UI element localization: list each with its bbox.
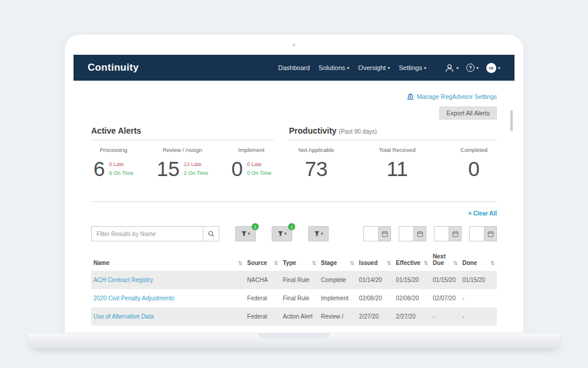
cell-stage: Review /: [319, 307, 357, 326]
productivity-title: Productivity (Past 90 days): [289, 126, 497, 140]
chevron-down-icon: ▾: [248, 231, 250, 236]
sort-icon: ⇅: [453, 260, 458, 266]
alert-name-link[interactable]: Use of Alternative Data: [93, 313, 153, 320]
cell-type: Final Rule: [280, 289, 319, 307]
scrollbar[interactable]: [510, 110, 513, 131]
source-filter-button[interactable]: ▾ 1: [235, 226, 256, 241]
cell-type: Action Alert: [280, 307, 319, 326]
export-all-alerts-button[interactable]: Export All Alerts: [439, 107, 497, 120]
calendar-button[interactable]: [413, 226, 426, 241]
table-header-row: Name⇅ Source⇅ Type⇅ Stage⇅ Issued⇅ Effec…: [91, 251, 497, 271]
chevron-down-icon: ▾: [321, 231, 323, 236]
stat-value: 15: [157, 158, 180, 179]
calendar-button[interactable]: [484, 226, 497, 241]
cell-done: -: [460, 307, 497, 326]
stat-processing: Processing 6 0 Late 6 On Time: [93, 147, 133, 179]
cell-source: NACHA: [245, 271, 280, 289]
funnel-icon: [314, 231, 320, 237]
nav-item-settings[interactable]: Settings ▾: [399, 64, 426, 71]
calendar-icon: [382, 231, 388, 237]
chevron-down-icon: ▾: [387, 65, 390, 71]
cell-issued: 2/27/20: [357, 307, 394, 326]
cell-effective: 01/15/20: [393, 271, 430, 289]
table-row: 2020 Civil Penalty Adjustments Federal F…: [91, 289, 497, 307]
sort-icon: ⇅: [387, 260, 392, 266]
sort-icon: ⇅: [490, 260, 495, 266]
calendar-button[interactable]: [378, 226, 391, 241]
manage-regadvisor-link[interactable]: Manage RegAdvisor Settings: [407, 93, 497, 100]
nav-item-dashboard[interactable]: Dashboard: [278, 64, 310, 71]
sort-icon: ⇅: [312, 260, 316, 266]
close-icon: ×: [468, 210, 472, 217]
column-header-type[interactable]: Type⇅: [280, 251, 319, 271]
chevron-down-icon: ▾: [476, 65, 479, 71]
active-alerts-title: Active Alerts: [91, 126, 274, 140]
date-input-next-due[interactable]: [434, 226, 449, 241]
date-input-effective[interactable]: [399, 226, 413, 241]
cell-done: 01/15/20: [460, 271, 497, 289]
late-count: 13 Late: [183, 160, 208, 169]
cell-next-due: -: [430, 307, 460, 326]
top-navbar: Continuity Dashboard Solutions ▾ Oversig…: [74, 55, 514, 81]
user-icon: [445, 63, 455, 73]
laptop-mockup: Continuity Dashboard Solutions ▾ Oversig…: [27, 34, 561, 348]
help-icon: ?: [466, 64, 475, 72]
stage-filter-button[interactable]: ▾: [308, 226, 329, 241]
app-window: Continuity Dashboard Solutions ▾ Oversig…: [74, 55, 514, 326]
column-header-issued[interactable]: Issued⇅: [357, 251, 394, 271]
camera-dot: [293, 44, 296, 47]
user-menu-button[interactable]: ▾: [445, 63, 459, 73]
issued-date-filter: [363, 226, 391, 241]
late-count: 0 Late: [247, 160, 272, 169]
column-header-effective[interactable]: Effective⇅: [393, 251, 430, 271]
filter-count-badge: 1: [288, 223, 295, 230]
calendar-icon: [452, 231, 459, 237]
stat-completed: Completed 0: [460, 147, 487, 179]
cell-issued: 02/08/20: [357, 289, 394, 307]
sort-icon: ⇅: [273, 260, 278, 266]
column-header-next-due[interactable]: Next Due⇅: [430, 251, 460, 271]
cell-issued: 01/14/20: [357, 271, 394, 289]
calendar-icon: [487, 231, 494, 237]
alert-name-link[interactable]: ACH Contract Registry: [93, 277, 153, 283]
search-button[interactable]: [203, 227, 219, 241]
productivity-subtitle: (Past 90 days): [339, 128, 376, 135]
on-time-count: 0 On Time: [247, 169, 272, 178]
chevron-down-icon: ▾: [424, 65, 426, 71]
cell-type: Final Rule: [280, 271, 319, 289]
help-menu-button[interactable]: ? ▾: [466, 64, 479, 72]
on-time-count: 2 On Time: [183, 169, 208, 178]
stat-review-assign: Review / Assign 15 13 Late 2 On Time: [157, 147, 208, 179]
column-header-done[interactable]: Done⇅: [460, 251, 497, 271]
account-menu-button[interactable]: ro ▾: [486, 63, 500, 73]
search-input[interactable]: [92, 227, 203, 241]
stat-value: 73: [299, 158, 335, 179]
column-header-source[interactable]: Source⇅: [245, 251, 280, 271]
on-time-count: 6 On Time: [109, 169, 133, 178]
column-header-name[interactable]: Name⇅: [91, 251, 245, 271]
laptop-base: [27, 333, 561, 348]
late-count: 0 Late: [109, 160, 133, 169]
date-input-issued[interactable]: [363, 226, 378, 241]
column-header-stage[interactable]: Stage⇅: [319, 251, 357, 271]
clear-all-filters-link[interactable]: × Clear All: [468, 210, 497, 217]
type-filter-button[interactable]: ▾ 1: [272, 226, 292, 241]
date-input-done[interactable]: [469, 226, 484, 241]
stat-value: 0: [232, 158, 243, 179]
nav-item-oversight[interactable]: Oversight ▾: [358, 64, 390, 71]
navbar-icon-cluster: ▾ ? ▾ ro ▾: [445, 63, 500, 73]
effective-date-filter: [399, 226, 426, 241]
cell-stage: Complete: [319, 271, 357, 289]
calendar-button[interactable]: [449, 226, 462, 241]
stat-value: 11: [379, 158, 415, 179]
chevron-down-icon: ▾: [456, 65, 459, 71]
alert-name-link[interactable]: 2020 Civil Penalty Adjustments: [93, 295, 174, 301]
funnel-icon: [241, 231, 247, 237]
cell-next-due: 02/07/20: [430, 289, 460, 307]
nav-item-solutions[interactable]: Solutions ▾: [319, 64, 349, 71]
filter-count-badge: 1: [252, 223, 259, 230]
sort-icon: ⇅: [424, 260, 429, 266]
funnel-icon: [278, 231, 283, 237]
brand-logo[interactable]: Continuity: [88, 62, 139, 74]
alerts-table: Name⇅ Source⇅ Type⇅ Stage⇅ Issued⇅ Effec…: [91, 251, 497, 326]
